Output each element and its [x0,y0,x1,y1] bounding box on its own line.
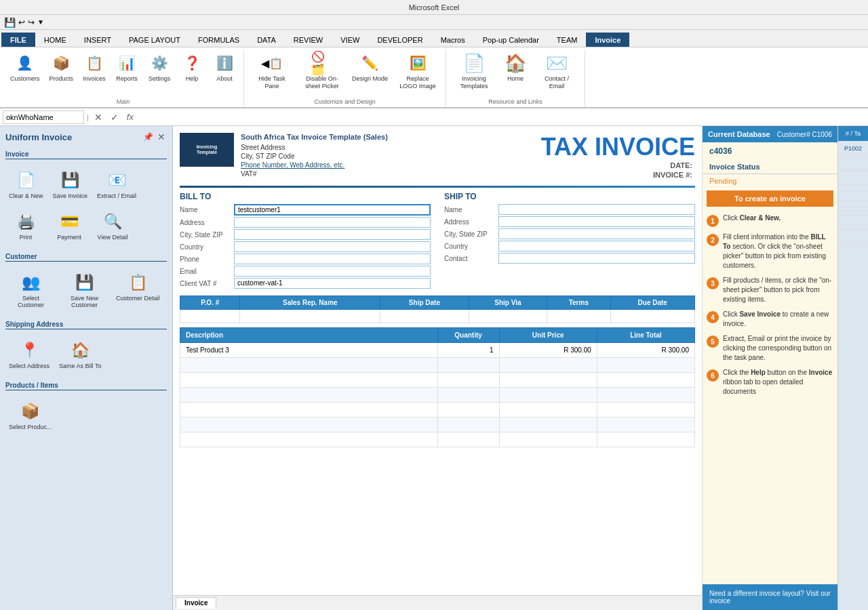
item-total-5[interactable] [597,403,694,418]
phone-web-address[interactable]: Phone Number, Web Address, etc. [241,161,344,169]
ribbon-reports-btn[interactable]: 📊 Reports [112,50,142,85]
print-btn[interactable]: 🖨️ Print [5,206,46,245]
tab-insert[interactable]: INSERT [75,33,120,47]
redo[interactable]: ↪ [28,18,35,27]
tab-page-layout[interactable]: PAGE LAYOUT [120,33,189,47]
ribbon-replace-logo-btn[interactable]: 🖼️ Replace LOGO Image [394,50,441,92]
ship-city-value[interactable] [498,228,695,239]
tab-data[interactable]: DATA [248,33,285,47]
bill-phone-value[interactable] [234,253,431,264]
quick-access-more[interactable]: ▼ [37,18,44,26]
item-price-6[interactable] [499,418,597,432]
item-qty-7[interactable] [437,432,499,447]
same-as-bill-btn[interactable]: 🏠 Same As Bill To [56,335,104,373]
tab-home[interactable]: HOME [35,33,75,47]
item-qty-6[interactable] [437,418,499,432]
item-price-5[interactable] [499,403,597,418]
sheet-tab-invoice[interactable]: Invoice [176,597,216,609]
bill-name-input[interactable] [234,204,431,216]
ribbon-contact-email-btn[interactable]: ✉️ Contact / Email [533,50,580,92]
item-qty-2[interactable] [437,358,499,373]
item-qty-5[interactable] [437,403,499,418]
ribbon-hide-task-pane-btn[interactable]: ◀📋 Hide Task Pane [248,50,296,92]
item-desc-6[interactable] [180,418,438,432]
tab-popup-calendar[interactable]: Pop-up Calendar [474,33,548,47]
select-product-btn[interactable]: 📦 Select Produc... [5,396,56,434]
formula-input[interactable] [139,110,865,124]
po-cell-due-date[interactable] [610,310,695,323]
ribbon-help-btn[interactable]: ❓ Help [177,50,207,85]
item-price-7[interactable] [499,432,597,447]
extract-email-btn[interactable]: 📧 Extract / Email [94,165,140,203]
tab-macros[interactable]: Macros [432,33,474,47]
ship-name-value[interactable] [498,204,695,215]
po-cell-po[interactable] [180,310,240,323]
ribbon-invoicing-templates-btn[interactable]: 📄 Invoicing Templates [450,50,498,92]
tab-formulas[interactable]: FORMULAS [189,33,248,47]
undo[interactable]: ↩ [18,18,25,27]
payment-btn[interactable]: 💳 Payment [49,206,90,245]
item-desc-4[interactable] [180,388,438,403]
tab-developer[interactable]: DEVELOPER [368,33,431,47]
save-new-customer-btn[interactable]: 💾 Save New Customer [59,267,110,313]
item-price-4[interactable] [499,388,597,403]
item-desc-3[interactable] [180,373,438,388]
ribbon-customers-btn[interactable]: 👤 Customers [7,50,43,85]
item-total-4[interactable] [597,388,694,403]
view-detail-btn[interactable]: 🔍 View Detail [92,206,133,245]
po-cell-sales-rep[interactable] [240,310,380,323]
app-title: Microsoft Excel [409,3,460,12]
ribbon-home-btn[interactable]: 🏠 Home [500,50,530,85]
formula-confirm-btn[interactable]: ✓ [108,112,121,123]
po-cell-ship-via[interactable] [469,310,547,323]
products-label: Products [50,75,74,83]
ribbon-about-btn[interactable]: ℹ️ About [210,50,239,85]
customer-detail-btn[interactable]: 📋 Customer Detail [113,267,163,313]
item-qty-4[interactable] [437,388,499,403]
item-total-1[interactable]: R 300.00 [597,343,694,358]
item-qty-1[interactable]: 1 [437,343,499,358]
item-price-2[interactable] [499,358,597,373]
task-pane-close-btn[interactable]: ✕ [156,130,167,144]
item-desc-1[interactable]: Test Product 3 [180,343,438,358]
bill-vat-value[interactable]: customer-vat-1 [234,278,431,289]
item-total-2[interactable] [597,358,694,373]
item-total-6[interactable] [597,418,694,432]
ribbon-design-mode-btn[interactable]: ✏️ Design Mode [349,50,391,85]
ship-contact-value[interactable] [498,253,695,264]
bill-country-value[interactable] [234,241,431,252]
select-customer-btn[interactable]: 👥 Select Customer [5,267,56,313]
item-price-3[interactable] [499,373,597,388]
save-invoice-btn[interactable]: 💾 Save Invoice [50,165,92,203]
item-price-1[interactable]: R 300.00 [499,343,597,358]
bill-email-value[interactable] [234,266,431,277]
save-quick[interactable]: 💾 [4,17,16,28]
tab-team[interactable]: TEAM [548,33,587,47]
ribbon-disable-on-sheet-btn[interactable]: 🚫🗂️ Disable On-sheet Picker [298,50,346,92]
ship-address-value[interactable] [498,216,695,227]
item-total-7[interactable] [597,432,694,447]
ship-country-value[interactable] [498,241,695,251]
ribbon-products-btn[interactable]: 📦 Products [46,50,77,85]
item-desc-2[interactable] [180,358,438,373]
ribbon-invoices-btn[interactable]: 📋 Invoices [79,50,109,85]
tab-review[interactable]: REVIEW [285,33,332,47]
task-pane-pin-icon[interactable]: 📌 [143,132,153,142]
formula-cancel-btn[interactable]: ✕ [92,112,105,123]
tab-file[interactable]: FILE [1,33,35,47]
bill-to-section: BILL TO Name Address City, State ZIP [180,192,431,290]
clear-new-btn[interactable]: 📄 Clear & New [5,165,47,203]
bill-city-value[interactable] [234,229,431,240]
item-desc-5[interactable] [180,403,438,418]
po-cell-ship-date[interactable] [380,310,469,323]
tab-view[interactable]: VIEW [332,33,368,47]
ribbon-settings-btn[interactable]: ⚙️ Settings [144,50,174,85]
item-total-3[interactable] [597,373,694,388]
bill-address-value[interactable] [234,217,431,228]
po-cell-terms[interactable] [547,310,610,323]
select-address-btn[interactable]: 📍 Select Address [5,335,53,373]
item-qty-3[interactable] [437,373,499,388]
name-box[interactable] [3,110,84,124]
tab-invoice[interactable]: Invoice [586,33,629,47]
item-desc-7[interactable] [180,432,438,447]
